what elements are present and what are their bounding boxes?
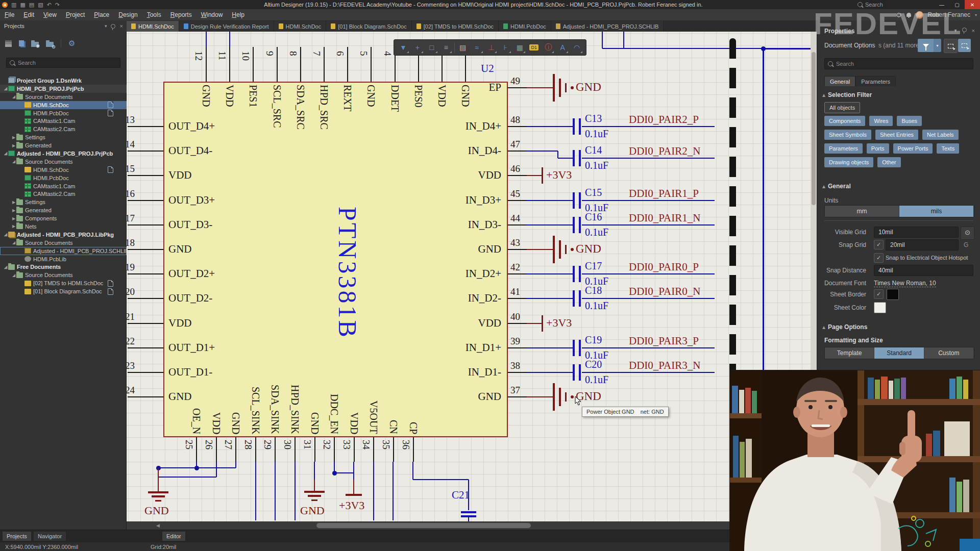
align-icon[interactable]: ≡ (440, 41, 452, 54)
tree-item[interactable]: ▶Nets (0, 222, 127, 231)
wire[interactable] (216, 462, 217, 477)
wire[interactable] (573, 217, 575, 233)
wire[interactable] (314, 480, 315, 491)
tree-item[interactable]: HDMI.PcbLib (0, 255, 127, 263)
folder-settings-icon[interactable] (46, 42, 54, 47)
schematic-canvas[interactable]: PTN3381BU249EPGND48IN_D4+C130.1uFDDI0_PA… (127, 32, 817, 521)
wire[interactable] (573, 290, 575, 307)
pin-number[interactable]: 26 (203, 440, 214, 449)
filter-sheet-entries[interactable]: Sheet Entries (875, 130, 918, 140)
wire[interactable] (527, 151, 558, 152)
wire[interactable] (311, 499, 317, 501)
net-label[interactable]: DDI0_PAIR0_P (629, 261, 699, 273)
horizontal-scrollbar[interactable]: ◀ (127, 521, 817, 530)
wire[interactable] (565, 245, 567, 254)
doc-tab[interactable]: HDMI.SchDoc (127, 21, 179, 32)
wire[interactable] (602, 32, 603, 48)
pin-number[interactable]: 34 (360, 440, 372, 449)
v33-power-port[interactable]: +3V3 (546, 168, 572, 182)
pin-number[interactable]: 6 (334, 51, 346, 56)
scroll-left-icon[interactable]: ◀ (156, 523, 160, 528)
wire[interactable] (582, 273, 715, 274)
wire[interactable] (253, 47, 254, 82)
general-section-header[interactable]: General (822, 183, 851, 190)
wire[interactable] (304, 491, 325, 493)
capacitor-designator[interactable]: C20 (585, 359, 602, 370)
pin-number[interactable]: 9 (264, 51, 275, 56)
pin-name[interactable]: GND (168, 243, 192, 256)
net-label[interactable]: DDI0_PAIR2_P (629, 113, 699, 126)
wire[interactable] (558, 158, 573, 159)
pin-name[interactable]: OUT_D1- (168, 366, 212, 379)
pin-number[interactable]: 45 (510, 188, 520, 199)
pin-number[interactable]: 15 (127, 163, 135, 174)
wire[interactable] (508, 249, 527, 250)
no-erc-icon[interactable]: ⓘ (542, 41, 554, 54)
pin-number[interactable]: 30 (282, 440, 293, 449)
gnd-power-port[interactable]: GND (576, 81, 601, 94)
filter-net-labels[interactable]: Net Labels (922, 130, 959, 140)
wire[interactable] (235, 437, 236, 462)
menu-tools[interactable]: Tools (142, 9, 166, 20)
pin-number[interactable]: 32 (321, 440, 332, 449)
wire[interactable] (579, 192, 581, 209)
wire[interactable] (565, 83, 567, 92)
pin-number[interactable]: 43 (510, 237, 520, 248)
expanded-arrow-icon[interactable]: ◢ (3, 86, 8, 91)
pin-number[interactable]: 20 (127, 286, 135, 297)
pin-number[interactable]: 46 (510, 163, 520, 174)
pin-number[interactable]: 27 (223, 440, 234, 449)
wire[interactable] (275, 462, 276, 520)
visible-grid-input[interactable]: 10mil (874, 227, 959, 238)
wire[interactable] (393, 462, 394, 520)
pin-name[interactable]: PES0 (412, 85, 424, 107)
select-rect-icon[interactable]: □ (426, 41, 438, 54)
pin-name[interactable]: OUT_D2+ (168, 267, 215, 280)
wire[interactable] (347, 47, 348, 82)
capacitor-value[interactable]: 0.1uF (585, 128, 608, 140)
capacitor-value[interactable]: 0.1uF (585, 227, 608, 238)
gnd-power-port[interactable]: GND (300, 504, 325, 517)
wire[interactable] (353, 480, 354, 495)
tree-item[interactable]: HDMI.PcbDoc (0, 174, 127, 182)
units-mm[interactable]: mm (825, 206, 899, 217)
gnd-power-port[interactable]: GND (144, 504, 169, 517)
wire[interactable] (527, 200, 573, 201)
pin-number[interactable]: 18 (127, 237, 135, 248)
wire[interactable] (508, 396, 527, 397)
wire[interactable] (508, 200, 527, 201)
open-folder-icon[interactable] (31, 42, 39, 47)
pin-name[interactable]: IN_D3- (388, 218, 501, 231)
editor-bottom-tab[interactable]: Editor (162, 532, 185, 541)
wire[interactable] (128, 372, 163, 373)
document-font-link[interactable]: Times New Roman, 10 (874, 280, 936, 287)
wire[interactable] (527, 323, 542, 324)
v33-power-port[interactable]: +3V3 (546, 316, 572, 330)
wire[interactable] (235, 462, 236, 468)
filter-texts[interactable]: Texts (937, 143, 959, 154)
tab-general[interactable]: General (824, 76, 855, 86)
menu-view[interactable]: View (39, 9, 61, 20)
wire[interactable] (346, 494, 362, 496)
wire[interactable] (413, 479, 469, 480)
pin-name[interactable]: OUT_D4+ (168, 120, 215, 133)
net-label[interactable]: DDI0_PAIR3_P (629, 335, 699, 347)
capacitor-designator[interactable]: C21 (452, 489, 470, 502)
wire[interactable] (128, 273, 163, 274)
properties-search-input[interactable]: Search (824, 58, 973, 69)
wire[interactable] (255, 437, 256, 462)
tree-item[interactable]: CAMtastic2.Cam (0, 125, 127, 133)
wire[interactable] (508, 347, 527, 348)
wire[interactable] (334, 437, 335, 462)
wire[interactable] (314, 462, 315, 480)
filter-split-button[interactable]: ▾ (918, 39, 941, 52)
text-icon[interactable]: A (556, 41, 569, 54)
menu-place[interactable]: Place (89, 9, 114, 20)
tree-item[interactable]: Adjusted - HDMI_PCB_PROJ.SCHLIB (0, 247, 127, 255)
wire[interactable] (508, 175, 527, 176)
pin-number[interactable]: 28 (242, 440, 254, 449)
pin-number[interactable]: 25 (183, 440, 194, 449)
snap-distance-input[interactable]: 40mil (874, 265, 973, 276)
capacitor-value[interactable]: 0.1uF (585, 300, 608, 312)
expanded-arrow-icon[interactable]: ◢ (3, 232, 8, 237)
